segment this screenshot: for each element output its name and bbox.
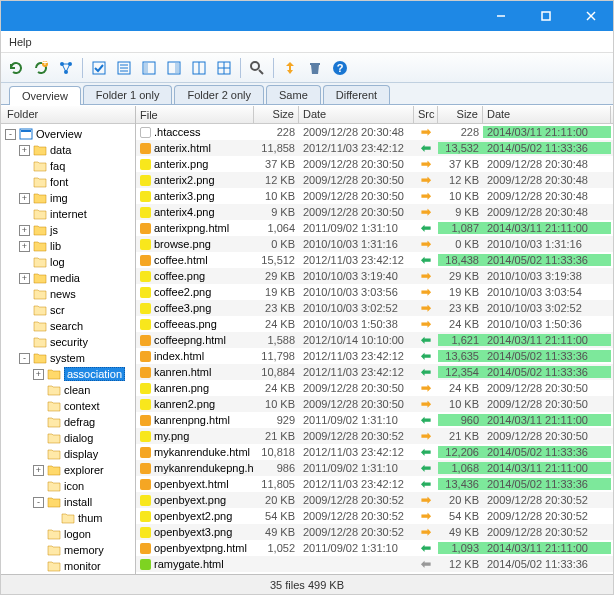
tab-folder-1-only[interactable]: Folder 1 only [83, 85, 173, 104]
file-row[interactable]: .htaccess2282009/12/28 20:30:48➡2282014/… [136, 124, 613, 140]
file-row[interactable]: ramygate.png⬅15 KB2009/11/04 22:31:36 [136, 572, 613, 574]
expand-icon[interactable]: + [19, 145, 30, 156]
file-row[interactable]: openbyextpng.html1,0522011/09/02 1:31:10… [136, 540, 613, 556]
tree-node-faq[interactable]: faq [1, 158, 135, 174]
tree-node-search[interactable]: search [1, 318, 135, 334]
expand-icon[interactable]: + [19, 193, 30, 204]
network-button[interactable] [55, 57, 77, 79]
tree-node-monitor[interactable]: monitor [1, 558, 135, 574]
tree-node-clean[interactable]: clean [1, 382, 135, 398]
tree-node-defrag[interactable]: defrag [1, 414, 135, 430]
file-name: mykanrenduke.html [154, 446, 250, 458]
view-split-button[interactable] [188, 57, 210, 79]
file-row[interactable]: coffeepng.html1,5882012/10/14 10:10:00⬅1… [136, 332, 613, 348]
size-right: 1,621 [438, 334, 483, 346]
tree-node-internet[interactable]: internet [1, 206, 135, 222]
column-header-date[interactable]: Date [483, 106, 611, 123]
expand-icon[interactable]: - [5, 129, 16, 140]
expand-icon[interactable]: + [19, 241, 30, 252]
refresh-button[interactable] [5, 57, 27, 79]
tree-node-img[interactable]: +img [1, 190, 135, 206]
tab-same[interactable]: Same [266, 85, 321, 104]
tab-overview[interactable]: Overview [9, 86, 81, 105]
action-delete-button[interactable] [304, 57, 326, 79]
tree-node-overview[interactable]: -Overview [1, 126, 135, 142]
tree-node-icon[interactable]: icon [1, 478, 135, 494]
tree-node-dialog[interactable]: dialog [1, 430, 135, 446]
tree-node-data[interactable]: +data [1, 142, 135, 158]
file-row[interactable]: coffee2.png19 KB2010/10/03 3:03:56➡19 KB… [136, 284, 613, 300]
column-header-date[interactable]: Date [299, 106, 414, 123]
file-row[interactable]: browse.png0 KB2010/10/03 1:31:16➡0 KB201… [136, 236, 613, 252]
folder-tree-panel[interactable]: Folder -Overview+datafaqfont+imginternet… [1, 106, 136, 574]
file-row[interactable]: openbyext.html11,8052012/11/03 23:42:12⬅… [136, 476, 613, 492]
file-row[interactable]: openbyext.png20 KB2009/12/28 20:30:52➡20… [136, 492, 613, 508]
tree-node-media[interactable]: +media [1, 270, 135, 286]
tree-node-install[interactable]: -install [1, 494, 135, 510]
view-detail2-button[interactable] [163, 57, 185, 79]
tree-node-js[interactable]: +js [1, 222, 135, 238]
expand-icon[interactable]: + [33, 369, 44, 380]
file-row[interactable]: anterix.png37 KB2009/12/28 20:30:50➡37 K… [136, 156, 613, 172]
column-header-src[interactable]: Src [414, 106, 438, 123]
file-row[interactable]: anterix4.png9 KB2009/12/28 20:30:50➡9 KB… [136, 204, 613, 220]
action-sync-button[interactable] [279, 57, 301, 79]
file-row[interactable]: anterixpng.html1,0642011/09/02 1:31:10⬅1… [136, 220, 613, 236]
search-button[interactable] [246, 57, 268, 79]
file-row[interactable]: kanren.png24 KB2009/12/28 20:30:50➡24 KB… [136, 380, 613, 396]
tree-node-system[interactable]: -system [1, 350, 135, 366]
file-row[interactable]: coffeeas.png24 KB2010/10/03 1:50:38➡24 K… [136, 316, 613, 332]
file-row[interactable]: kanrenpng.html9292011/09/02 1:31:10⬅9602… [136, 412, 613, 428]
view-check-button[interactable] [88, 57, 110, 79]
view-list-button[interactable] [113, 57, 135, 79]
tree-node-log[interactable]: log [1, 254, 135, 270]
file-row[interactable]: mykanrendukepng.html9862011/09/02 1:31:1… [136, 460, 613, 476]
expand-icon[interactable]: + [19, 273, 30, 284]
tab-folder-2-only[interactable]: Folder 2 only [174, 85, 264, 104]
tree-node-security[interactable]: security [1, 334, 135, 350]
tree-node-thum[interactable]: thum [1, 510, 135, 526]
view-grid-button[interactable] [213, 57, 235, 79]
file-row[interactable]: anterix2.png12 KB2009/12/28 20:30:50➡12 … [136, 172, 613, 188]
help-button[interactable]: ? [329, 57, 351, 79]
expand-icon[interactable]: + [19, 225, 30, 236]
expand-icon[interactable]: - [19, 353, 30, 364]
file-row[interactable]: anterix3.png10 KB2009/12/28 20:30:50➡10 … [136, 188, 613, 204]
file-row[interactable]: openbyext3.png49 KB2009/12/28 20:30:52➡4… [136, 524, 613, 540]
file-row[interactable]: ramygate.html⬅12 KB2014/05/02 11:33:36 [136, 556, 613, 572]
file-row[interactable]: index.html11,7982012/11/03 23:42:12⬅13,6… [136, 348, 613, 364]
tree-node-memory[interactable]: memory [1, 542, 135, 558]
tree-node-scr[interactable]: scr [1, 302, 135, 318]
file-row[interactable]: anterix.html11,8582012/11/03 23:42:12⬅13… [136, 140, 613, 156]
refresh-add-button[interactable]: + [30, 57, 52, 79]
file-row[interactable]: mykanrenduke.html10,8182012/11/03 23:42:… [136, 444, 613, 460]
column-header-size[interactable]: Size [438, 106, 483, 123]
maximize-button[interactable] [523, 1, 568, 31]
minimize-button[interactable] [478, 1, 523, 31]
tab-different[interactable]: Different [323, 85, 390, 104]
tree-node-display[interactable]: display [1, 446, 135, 462]
column-header-file[interactable]: File [136, 106, 254, 123]
file-row[interactable]: kanren2.png10 KB2009/12/28 20:30:50➡10 K… [136, 396, 613, 412]
tree-node-logon[interactable]: logon [1, 526, 135, 542]
file-row[interactable]: coffee.html15,5122012/11/03 23:42:12⬅18,… [136, 252, 613, 268]
view-detail1-button[interactable] [138, 57, 160, 79]
close-button[interactable] [568, 1, 613, 31]
menu-help[interactable]: Help [9, 36, 32, 48]
tree-node-explorer[interactable]: +explorer [1, 462, 135, 478]
expand-icon[interactable]: + [33, 465, 44, 476]
file-row[interactable]: coffee3.png23 KB2010/10/03 3:02:52➡23 KB… [136, 300, 613, 316]
tree-node-font[interactable]: font [1, 174, 135, 190]
column-header-size[interactable]: Size [254, 106, 299, 123]
tree-node-lib[interactable]: +lib [1, 238, 135, 254]
tree-node-news[interactable]: news [1, 286, 135, 302]
file-row[interactable]: kanren.html10,8842012/11/03 23:42:12⬅12,… [136, 364, 613, 380]
file-row[interactable]: openbyext2.png54 KB2009/12/28 20:30:52➡5… [136, 508, 613, 524]
file-list-panel[interactable]: FileSizeDateSrcSizeDate .htaccess2282009… [136, 106, 613, 574]
file-type-icon [140, 351, 151, 362]
tree-node-association[interactable]: +association [1, 366, 135, 382]
file-row[interactable]: coffee.png29 KB2010/10/03 3:19:40➡29 KB2… [136, 268, 613, 284]
file-row[interactable]: my.png21 KB2009/12/28 20:30:52➡21 KB2009… [136, 428, 613, 444]
tree-node-context[interactable]: context [1, 398, 135, 414]
expand-icon[interactable]: - [33, 497, 44, 508]
